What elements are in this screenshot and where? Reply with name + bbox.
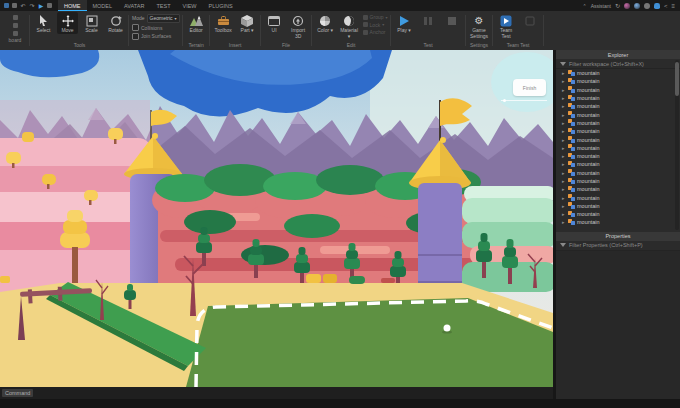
play-triangle-icon	[398, 14, 411, 27]
explorer-tree-item[interactable]: ▸ mountain	[556, 69, 680, 77]
chevron-right-icon[interactable]: ▸	[562, 70, 566, 76]
ui-button[interactable]: UI	[264, 12, 285, 34]
save-icon[interactable]	[12, 3, 17, 8]
explorer-tree-item[interactable]: ▸ mountain	[556, 135, 680, 143]
roblox-studio-window: ↶ ↷ ▶ HOME MODEL AVATAR TEST VIEW PLUGIN…	[0, 0, 680, 408]
cloud-icon[interactable]	[654, 3, 660, 9]
chevron-right-icon[interactable]: ▸	[562, 137, 566, 143]
part-button[interactable]: Part ▾	[237, 12, 258, 34]
anchor-button[interactable]: Anchor	[363, 29, 388, 35]
collisions-checkbox-row[interactable]: Collisions	[132, 25, 180, 31]
redo-icon[interactable]: ↷	[29, 3, 35, 9]
explorer-tree-item[interactable]: ▸ mountain	[556, 144, 680, 152]
group-button[interactable]: Group▾	[363, 14, 388, 20]
move-tool-button[interactable]: Move	[57, 12, 78, 34]
undo-icon[interactable]: ↶	[20, 3, 26, 9]
chevron-right-icon[interactable]: ▸	[562, 145, 566, 151]
chevron-right-icon[interactable]: ▸	[562, 178, 566, 184]
play-button[interactable]: Play ▾	[394, 12, 415, 34]
user-avatar-icon[interactable]	[634, 3, 640, 9]
explorer-tree-item[interactable]: ▸ mountain	[556, 77, 680, 85]
chevron-right-icon[interactable]: ▸	[562, 211, 566, 217]
explorer-tree-item[interactable]: ▸ mountain	[556, 169, 680, 177]
import-3d-button[interactable]: Import 3D	[288, 12, 309, 39]
lock-button[interactable]: Lock▾	[363, 22, 388, 28]
ribbon-group-insert: Toolbox Part ▾ Insert	[210, 11, 261, 50]
tab-test[interactable]: TEST	[150, 0, 176, 11]
properties-panel-header[interactable]: Properties	[556, 232, 680, 241]
paste-button[interactable]	[13, 14, 18, 20]
chevron-right-icon[interactable]: ▸	[562, 219, 566, 225]
assistant-button[interactable]: Assistant	[591, 3, 611, 9]
chevron-right-icon[interactable]: ▸	[562, 120, 566, 126]
game-settings-button[interactable]: ⚙ Game Settings	[469, 12, 490, 39]
properties-filter-input[interactable]: Filter Properties (Ctrl+Shift+P)	[556, 241, 680, 251]
explorer-tree-item[interactable]: ▸ mountain	[556, 202, 680, 210]
chevron-right-icon[interactable]: ▸	[562, 186, 566, 192]
explorer-tree-item[interactable]: ▸ mountain	[556, 110, 680, 118]
chevron-right-icon[interactable]: ▸	[562, 112, 566, 118]
chevron-right-icon[interactable]: ▸	[562, 203, 566, 209]
tab-view[interactable]: VIEW	[177, 0, 203, 11]
mode-dropdown[interactable]: Geometric ▾	[147, 14, 180, 23]
chevron-right-icon[interactable]: ▸	[562, 78, 566, 84]
chevron-right-icon[interactable]: ▸	[562, 195, 566, 201]
item-label: mountain	[577, 211, 600, 217]
item-label: mountain	[577, 161, 600, 167]
explorer-filter-input[interactable]: Filter workspace (Ctrl+Shift+X)	[556, 59, 680, 69]
3d-viewport[interactable]: Finish	[0, 50, 553, 387]
chevron-right-icon[interactable]: ▸	[562, 128, 566, 134]
terrain-editor-button[interactable]: Editor	[186, 12, 207, 34]
item-label: mountain	[577, 120, 600, 126]
scale-tool-button[interactable]: Scale	[81, 12, 102, 34]
join-surfaces-checkbox-row[interactable]: Join Surfaces	[132, 33, 180, 39]
explorer-tree-item[interactable]: ▸ mountain	[556, 119, 680, 127]
explorer-tree-item[interactable]: ▸ mountain	[556, 210, 680, 218]
explorer-tree-item[interactable]: ▸ mountain	[556, 152, 680, 160]
explorer-panel-header[interactable]: Explorer	[556, 50, 680, 59]
chevron-right-icon[interactable]: ▸	[562, 95, 566, 101]
select-tool-button[interactable]: Select	[33, 12, 54, 34]
copy-button[interactable]	[13, 22, 18, 28]
rotate-tool-button[interactable]: Rotate	[105, 12, 126, 34]
scrollbar-thumb[interactable]	[675, 62, 679, 96]
explorer-tree-item[interactable]: ▸ mountain	[556, 218, 680, 226]
duplicate-icon	[13, 31, 18, 36]
explorer-tree-item[interactable]: ▸ mountain	[556, 193, 680, 201]
tab-avatar[interactable]: AVATAR	[118, 0, 150, 11]
chevron-right-icon[interactable]: ▸	[562, 87, 566, 93]
explorer-tree-item[interactable]: ▸ mountain	[556, 185, 680, 193]
explorer-tree-item[interactable]: ▸ mountain	[556, 177, 680, 185]
chevron-right-icon[interactable]: ▸	[562, 103, 566, 109]
collapse-ribbon-icon[interactable]: ⌃	[582, 3, 586, 9]
globe-icon[interactable]	[644, 3, 650, 9]
menu-icon[interactable]: ≡	[671, 3, 675, 9]
status-bar	[0, 399, 680, 408]
tab-plugins[interactable]: PLUGINS	[203, 0, 239, 11]
chevron-right-icon[interactable]: ▸	[562, 161, 566, 167]
tab-home[interactable]: HOME	[58, 0, 87, 11]
chevron-right-icon[interactable]: ▸	[562, 170, 566, 176]
app-icon[interactable]	[4, 3, 9, 8]
explorer-tree-item[interactable]: ▸ mountain	[556, 86, 680, 94]
explorer-tree-item[interactable]: ▸ mountain	[556, 102, 680, 110]
game-avatar-icon[interactable]	[624, 3, 630, 9]
color-button[interactable]: Color ▾	[315, 12, 336, 34]
select-cursor-icon	[37, 14, 50, 27]
chevron-right-icon[interactable]: ▸	[562, 153, 566, 159]
explorer-tree-item[interactable]: ▸ mountain	[556, 160, 680, 168]
explorer-tree-item[interactable]: ▸ mountain	[556, 94, 680, 102]
tab-model[interactable]: MODEL	[87, 0, 119, 11]
sync-icon[interactable]: ↻	[615, 2, 620, 9]
command-bar-input[interactable]: Command	[2, 389, 33, 397]
share-icon[interactable]: <	[664, 3, 668, 9]
stop-icon[interactable]	[47, 3, 52, 8]
explorer-scrollbar[interactable]	[675, 60, 679, 230]
material-button[interactable]: Material ▾	[339, 12, 360, 39]
play-icon[interactable]: ▶	[38, 3, 44, 9]
model-icon	[568, 161, 575, 168]
team-test-button[interactable]: Team Test	[496, 12, 517, 39]
collisions-checkbox[interactable]	[132, 24, 139, 31]
explorer-tree-item[interactable]: ▸ mountain	[556, 127, 680, 135]
toolbox-button[interactable]: Toolbox	[213, 12, 234, 34]
